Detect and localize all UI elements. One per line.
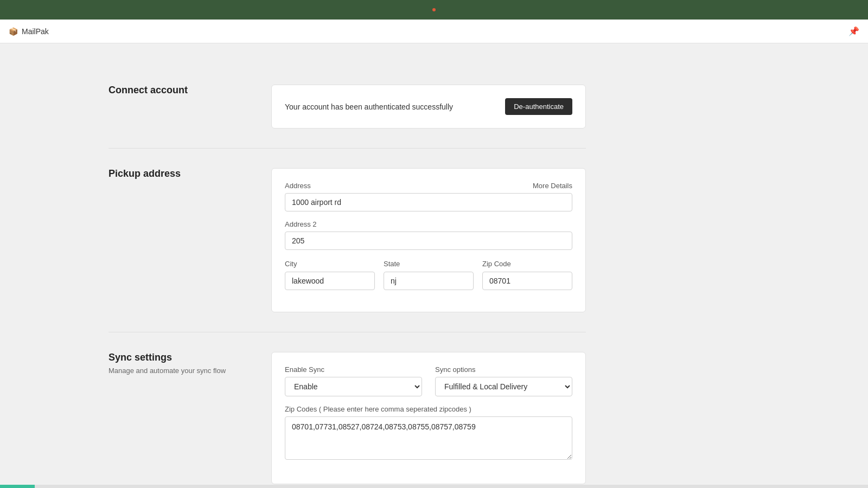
- auth-success-row: Your account has been authenticated succ…: [285, 98, 572, 115]
- sync-subtitle: Manage and automate your sync flow: [108, 367, 250, 375]
- state-row: State: [384, 259, 474, 290]
- more-details-link[interactable]: More Details: [533, 182, 572, 190]
- top-bar-dot: [432, 8, 436, 11]
- pin-icon: 📌: [848, 26, 859, 36]
- city-input[interactable]: [285, 272, 375, 290]
- city-state-zip-row: City State Zip Code: [285, 259, 572, 299]
- address-input[interactable]: [285, 193, 572, 211]
- connect-title: Connect account: [108, 85, 250, 96]
- state-input[interactable]: [384, 272, 474, 290]
- pickup-address-section: Pickup address Address More Details Addr…: [108, 149, 586, 332]
- zip-codes-label: Zip Codes ( Please enter here comma sepe…: [285, 405, 572, 413]
- sync-card: Enable Sync Enable Disable Sync options …: [271, 352, 586, 484]
- zip-code-input[interactable]: [482, 272, 572, 290]
- nav-bar: 📦 MailPak 📌: [0, 20, 868, 43]
- enable-sync-select[interactable]: Enable Disable: [285, 377, 422, 396]
- address-header: Address More Details: [285, 182, 572, 190]
- state-col: State: [384, 259, 474, 299]
- city-row: City: [285, 259, 375, 290]
- pickup-label: Pickup address: [108, 168, 271, 312]
- state-label: State: [384, 260, 400, 268]
- sync-options-select[interactable]: Fulfilled & Local Delivery Fulfilled Onl…: [435, 377, 572, 396]
- connect-card: Your account has been authenticated succ…: [271, 85, 586, 129]
- sync-options-col: Sync options Fulfilled & Local Delivery …: [435, 365, 572, 396]
- sync-label: Sync settings Manage and automate your s…: [108, 352, 271, 484]
- deauthenticate-button[interactable]: De-authenticate: [505, 98, 572, 115]
- address2-label: Address 2: [285, 220, 317, 228]
- enable-sync-label: Enable Sync: [285, 365, 422, 374]
- nav-left: 📦 MailPak: [9, 27, 49, 36]
- address-label: Address: [285, 182, 311, 190]
- city-label: City: [285, 260, 297, 268]
- main-content: Connect account Your account has been au…: [0, 43, 760, 488]
- sync-settings-section: Sync settings Manage and automate your s…: [108, 332, 586, 488]
- zipcode-row: Zip Code: [482, 259, 572, 290]
- pickup-title: Pickup address: [108, 168, 250, 179]
- sync-options-row: Enable Sync Enable Disable Sync options …: [285, 365, 572, 396]
- top-bar: [0, 0, 868, 20]
- zip-code-label: Zip Code: [482, 260, 511, 268]
- address2-header: Address 2: [285, 220, 572, 228]
- connect-account-section: Connect account Your account has been au…: [108, 65, 586, 149]
- connect-label: Connect account: [108, 85, 271, 129]
- pickup-card: Address More Details Address 2 City: [271, 168, 586, 312]
- zip-codes-textarea[interactable]: 08701,07731,08527,08724,08753,08755,0875…: [285, 416, 572, 460]
- sync-title: Sync settings: [108, 352, 250, 363]
- auth-message: Your account has been authenticated succ…: [285, 102, 453, 111]
- address2-input[interactable]: [285, 232, 572, 250]
- enable-sync-col: Enable Sync Enable Disable: [285, 365, 422, 396]
- city-col: City: [285, 259, 375, 299]
- address2-row: Address 2: [285, 220, 572, 250]
- app-title: MailPak: [22, 27, 49, 36]
- mailpak-icon: 📦: [9, 27, 17, 36]
- zip-codes-row: Zip Codes ( Please enter here comma sepe…: [285, 405, 572, 462]
- sync-options-label: Sync options: [435, 365, 572, 374]
- bottom-progress-bar: [0, 485, 868, 488]
- address-row: Address More Details: [285, 182, 572, 211]
- zip-col: Zip Code: [482, 259, 572, 299]
